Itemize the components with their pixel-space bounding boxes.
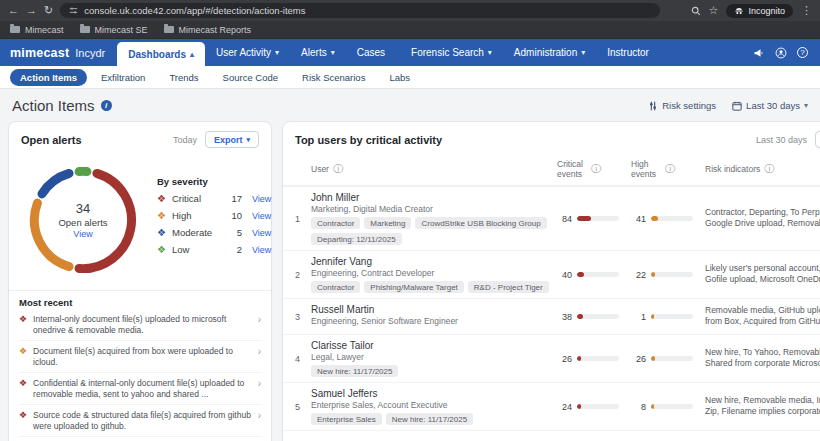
announcements-icon[interactable] [753,47,765,59]
table-row[interactable]: 4 Clarisse Tailor Legal, Lawyer New hire… [283,334,820,382]
page-title-text: Action Items [12,97,95,114]
nav-item[interactable]: Administration ▾ [503,39,596,66]
folder-icon [164,26,174,33]
most-recent-section: Most recent ❖ Internal-only document fil… [9,290,271,441]
user-subtitle: Engineering, Contract Developer [311,268,551,278]
chevron-right-icon[interactable]: › [258,410,261,422]
help-icon[interactable]: ? [797,47,808,58]
bookmark-star-icon[interactable]: ☆ [709,5,719,16]
nav-item-label: Dashboards [128,49,186,60]
info-icon[interactable]: ⓘ [665,162,675,176]
table-row[interactable]: 5 Samuel Jeffers Enterprise Sales, Accou… [283,382,820,430]
critical-count: 40 [557,270,572,280]
table-row[interactable]: 1 John Miller Marketing, Digital Media C… [283,186,820,250]
bookmark-item[interactable]: Mimecast SE [80,25,148,35]
severity-view-link[interactable]: View [252,228,271,238]
subnav-tab[interactable]: Action Items [10,69,87,86]
chevron-right-icon[interactable]: › [258,314,261,326]
open-alerts-export-button[interactable]: Export ▾ [205,131,259,148]
nav-caret-icon: ▾ [488,48,492,57]
nav-item[interactable]: Forensic Search ▾ [400,39,503,66]
subnav-tab[interactable]: Trends [159,69,208,86]
subnav-tab[interactable]: Source Code [213,69,288,86]
nav-item[interactable]: Instructor [596,39,664,66]
critical-count: 26 [557,354,572,364]
account-icon[interactable] [775,47,787,59]
severity-view-link[interactable]: View [252,194,271,204]
top-users-card: Top users by critical activity Last 30 d… [282,121,820,441]
user-tags: ContractorPhishing/Malware TargetR&D - P… [311,281,551,293]
high-bar [651,356,693,361]
folder-icon [10,26,20,33]
info-icon[interactable]: ⓘ [764,162,774,176]
nav-item[interactable]: Cases [346,39,400,66]
subnav-tab[interactable]: Risk Scenarios [292,69,375,86]
bookmarks-bar: Mimecast Mimecast SE Mimecast Reports [0,21,820,39]
page-header: Action Items i Risk settings Last 30 day… [0,89,820,121]
chevron-right-icon[interactable]: › [258,346,261,358]
top-users-export-button[interactable]: Export ▾ [815,131,820,148]
page-info-icon[interactable]: i [101,100,112,111]
screen: ← → ↻ console.uk.code42.com/app/#/detect… [0,0,820,441]
subnav-tab[interactable]: Exfiltration [91,69,155,86]
critical-events-cell: 26 [557,354,631,364]
donut-section: 34 Open alerts View By severity ❖ Critic… [9,152,271,286]
subnav-tab[interactable]: Labs [379,69,420,86]
user-tag: Departing: 12/11/2025 [311,233,402,245]
bookmark-item[interactable]: Mimecast Reports [164,25,252,35]
high-count: 22 [631,270,646,280]
date-range-button[interactable]: Last 30 days ▾ [732,100,808,111]
risk-settings-label: Risk settings [662,100,716,111]
alert-list-item[interactable]: ❖ Confidential & internal-only document … [19,373,261,405]
table-row[interactable]: 2 Jennifer Vang Engineering, Contract De… [283,250,820,298]
donut-view-link[interactable]: View [73,229,92,239]
user-cell: Jennifer Vang Engineering, Contract Deve… [311,256,557,293]
url-text: console.uk.code42.com/app/#/detection/ac… [84,5,305,16]
alert-text: Document file(s) acquired from box were … [33,346,252,368]
table-row[interactable]: 3 Russell Martin Engineering, Senior Sof… [283,298,820,334]
risk-indicators: Likely user's personal account, Contract… [705,263,820,286]
forward-icon[interactable]: → [26,5,37,16]
search-icon[interactable] [691,6,701,16]
critical-events-cell: 84 [557,214,631,224]
nav-item[interactable]: Alerts ▾ [290,39,346,66]
nav-caret-icon: ▾ [331,48,335,57]
donut-total: 34 [76,201,90,216]
page-title: Action Items i [12,97,112,114]
bookmark-item[interactable]: Mimecast [10,25,64,35]
severity-view-link[interactable]: View [252,211,271,221]
critical-events-cell: 24 [557,402,631,412]
risk-indicators: New hire, Removable media, Internal-only… [705,395,820,418]
user-tag: Contractor [311,281,360,293]
dashboard-content: Open alerts Today Export ▾ 34 Open alert… [0,121,820,441]
severity-legend-row: ❖ Critical 17 View [157,193,271,204]
col-user-label: User [311,164,329,174]
severity-view-link[interactable]: View [252,245,271,255]
user-subtitle: Legal, Lawyer [311,352,551,362]
reload-icon[interactable]: ↻ [44,5,53,16]
back-icon[interactable]: ← [8,5,19,16]
mimecast-logo: mimecast [10,46,69,60]
nav-item[interactable]: User Activity ▾ [205,39,290,66]
alert-text: Internal-only document file(s) uploaded … [33,314,252,336]
appnav-right: ? [753,39,820,66]
risk-settings-button[interactable]: Risk settings [648,100,716,111]
open-alerts-card: Open alerts Today Export ▾ 34 Open alert… [8,121,272,441]
browser-menu-icon[interactable]: ⋮ [801,5,812,16]
sliders-icon [648,101,658,111]
alert-list-item[interactable]: ❖ Document file(s) acquired from box wer… [19,341,261,373]
alert-list-item[interactable]: ❖ Source code & structured data file(s) … [19,405,261,437]
critical-bar [577,216,619,221]
chevron-right-icon[interactable]: › [258,378,261,390]
info-icon[interactable]: ⓘ [333,162,343,176]
info-icon[interactable]: ⓘ [591,162,601,176]
alert-list-item[interactable]: ❖ Internal-only document file(s) uploade… [19,309,261,341]
folder-icon [80,26,90,33]
url-bar[interactable]: console.uk.code42.com/app/#/detection/ac… [60,3,660,18]
alert-severity-icon: ❖ [19,411,27,420]
severity-count: 17 [228,193,242,204]
page-header-actions: Risk settings Last 30 days ▾ [648,100,808,111]
alert-list-item[interactable]: ❖ Pdf & spreadsheet item(s) where filena… [19,437,261,441]
open-alerts-title: Open alerts [21,134,82,146]
nav-item[interactable]: Dashboards ▴ [117,42,205,66]
